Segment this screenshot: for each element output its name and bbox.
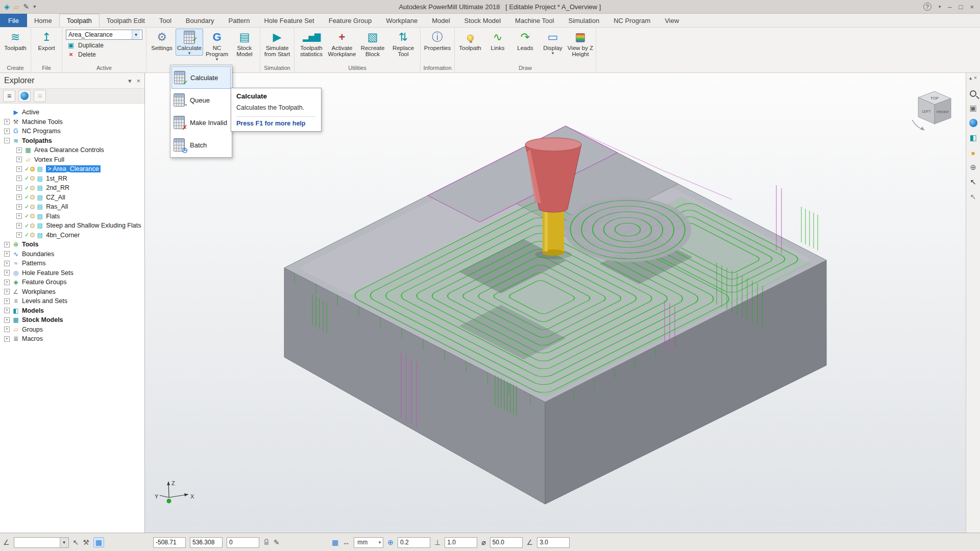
wireframe-view-icon[interactable]: ⊕ — [968, 162, 979, 173]
create-toolpath-button[interactable]: ≋ Toolpath — [2, 29, 29, 52]
select-cursor-icon[interactable]: ↖ — [968, 177, 979, 188]
tree-item-hole-feature-sets[interactable]: +◎Hole Feature Sets — [0, 268, 144, 278]
shaded-view-icon[interactable]: ◧ — [968, 132, 979, 143]
nc-program-caret-icon[interactable]: ▾ — [216, 57, 218, 61]
delete-button[interactable]: × Delete — [66, 51, 142, 58]
draw-bulb-icon[interactable] — [30, 167, 35, 171]
tree-item-2nd-rr[interactable]: +✓▤2nd_RR — [0, 183, 144, 193]
tree-expand-icon[interactable]: + — [16, 185, 22, 191]
menu-item-make-invalid[interactable]: ✗Make Invalid — [172, 111, 231, 134]
tree-expand-icon[interactable]: + — [16, 223, 22, 229]
tab-stock-model[interactable]: Stock Model — [457, 14, 508, 27]
simulate-from-start-button[interactable]: ▶ Simulate from Start — [262, 29, 292, 58]
tree-expand-icon[interactable]: + — [16, 213, 22, 219]
duplicate-button[interactable]: ▣ Duplicate — [66, 41, 142, 49]
tree-expand-icon[interactable]: + — [4, 242, 10, 247]
tree-expand-icon[interactable]: + — [16, 166, 22, 172]
maximize-button[interactable]: □ — [959, 3, 963, 11]
tolerance-field[interactable] — [398, 537, 430, 548]
display-button[interactable]: ▭ Display ▾ — [539, 29, 567, 56]
tab-feature-group[interactable]: Feature Group — [322, 14, 379, 27]
viewport-3d[interactable]: TOP LEFT FRONT Z X Y — [145, 73, 966, 533]
edit-icon[interactable]: ✎ — [23, 3, 30, 10]
tree-item-vortex-full[interactable]: +▱Vortex Full — [0, 155, 144, 165]
tree-item-workplanes[interactable]: +∠Workplanes — [0, 287, 144, 297]
tool-diameter-field[interactable] — [490, 537, 523, 548]
tab-hole-feature-set[interactable]: Hole Feature Set — [257, 14, 321, 27]
settings-button[interactable]: ⚙ Settings — [148, 29, 176, 52]
tree-expand-icon[interactable]: + — [4, 308, 10, 313]
grid-toggle-icon[interactable]: ▦ — [93, 537, 104, 547]
tree-expand-icon[interactable]: + — [4, 317, 10, 323]
x-coordinate-field[interactable] — [153, 537, 186, 548]
tab-toolpath[interactable]: Toolpath — [59, 14, 100, 27]
tree-item-ras-all[interactable]: +✓▤Ras_All — [0, 202, 144, 212]
tree-expand-icon[interactable]: + — [4, 251, 10, 257]
export-button[interactable]: ↥ Export — [33, 29, 60, 52]
view-by-z-height-button[interactable]: View by Z Height — [567, 29, 594, 58]
tree-item-toolpaths[interactable]: −≋Toolpaths — [0, 136, 144, 146]
view-options-icon[interactable]: ▣ — [968, 103, 979, 114]
tree-item-active[interactable]: ▶Active — [0, 108, 144, 117]
stepdown-field[interactable] — [537, 537, 570, 548]
toolbar-collapse-icon[interactable]: ▴ — [969, 75, 972, 81]
nc-program-button[interactable]: G NC Program ▾ — [203, 29, 231, 62]
explorer-pin-icon[interactable]: ▾ — [128, 77, 132, 85]
draw-leads-button[interactable]: ↷ Leads — [511, 29, 539, 52]
draw-links-button[interactable]: ∿ Links — [484, 29, 511, 52]
qat-caret-icon[interactable]: ▾ — [33, 4, 36, 9]
tree-item-1st-rr[interactable]: +✓▤1st_RR — [0, 174, 144, 184]
combo-caret-icon[interactable]: ▾ — [132, 30, 140, 39]
toolpath-statistics-button[interactable]: ▂▅▇ Toolpath statistics — [296, 29, 327, 58]
world-icon[interactable] — [18, 90, 31, 102]
tab-workplane[interactable]: Workplane — [379, 14, 425, 27]
tree-expand-icon[interactable]: − — [4, 138, 10, 143]
draw-toolpath-button[interactable]: Toolpath — [456, 29, 484, 52]
draw-bulb-icon[interactable] — [30, 186, 35, 190]
tree-item-feature-groups[interactable]: +◈Feature Groups — [0, 278, 144, 287]
menu-item-calculate[interactable]: ✓Calculate — [172, 66, 231, 89]
tree-item-cz-all[interactable]: +✓▤CZ_All — [0, 193, 144, 203]
properties-button[interactable]: ⓘ Properties — [422, 29, 453, 52]
pointer-query-icon[interactable]: ↖ — [73, 538, 79, 546]
tree-item-area-clearance[interactable]: +✓▤> Area_Clearance — [0, 164, 144, 174]
tab-tool[interactable]: Tool — [152, 14, 179, 27]
tree-item-macros[interactable]: +≣Macros — [0, 334, 144, 344]
tree-expand-icon[interactable]: + — [4, 261, 10, 266]
tree-expand-icon[interactable]: + — [4, 298, 10, 304]
zoom-search-icon[interactable] — [968, 88, 979, 99]
units-selector[interactable]: mm ▾ — [354, 537, 383, 548]
tree-expand-icon[interactable]: + — [16, 176, 22, 181]
tree-item-boundaries[interactable]: +∿Boundaries — [0, 249, 144, 259]
y-coordinate-field[interactable] — [190, 537, 223, 548]
tab-model[interactable]: Model — [425, 14, 457, 27]
tree-item-steep-and-shallow[interactable]: +✓▤Steep and Shallow Exluding Flats — [0, 221, 144, 231]
tree-item-4bn-corner[interactable]: +✓▤4bn_Corner — [0, 231, 144, 240]
menu-item-queue[interactable]: ◔Queue — [172, 89, 231, 111]
tree-item-tools[interactable]: +⊕Tools — [0, 240, 144, 249]
menu-item-batch[interactable]: ◷Batch — [172, 134, 231, 156]
display-caret-icon[interactable]: ▾ — [552, 51, 554, 55]
tree-expand-icon[interactable]: + — [4, 119, 10, 124]
tab-machine-tool[interactable]: Machine Tool — [508, 14, 561, 27]
draw-bulb-icon[interactable] — [30, 214, 35, 218]
draw-bulb-icon[interactable] — [30, 205, 35, 209]
tab-nc-program[interactable]: NC Program — [606, 14, 657, 27]
select-box-icon[interactable]: ↖ — [968, 191, 979, 203]
draw-bulb-icon[interactable] — [30, 195, 35, 199]
close-button[interactable]: × — [970, 3, 974, 11]
tree-item-levels-and-sets[interactable]: +≡Levels and Sets — [0, 296, 144, 306]
tab-pattern[interactable]: Pattern — [221, 14, 257, 27]
tool-query-icon[interactable]: ⚒ — [83, 538, 89, 546]
help-caret-icon[interactable]: ▾ — [939, 4, 941, 9]
lock-icon[interactable] — [263, 539, 270, 546]
tree-expand-icon[interactable]: + — [4, 129, 10, 134]
block-status-icon[interactable]: ▦ — [332, 538, 338, 546]
edit-coordinates-icon[interactable]: ✎ — [274, 538, 280, 546]
draw-bulb-icon[interactable] — [30, 233, 35, 237]
tree-item-flats[interactable]: +✓▤Flats — [0, 212, 144, 221]
tree-expand-icon[interactable]: + — [4, 270, 10, 276]
tree-item-area-clearance-controls[interactable]: +▦Area Clearance Controls — [0, 145, 144, 155]
tree-expand-icon[interactable]: + — [4, 336, 10, 342]
tree-expand-icon[interactable]: + — [4, 327, 10, 332]
